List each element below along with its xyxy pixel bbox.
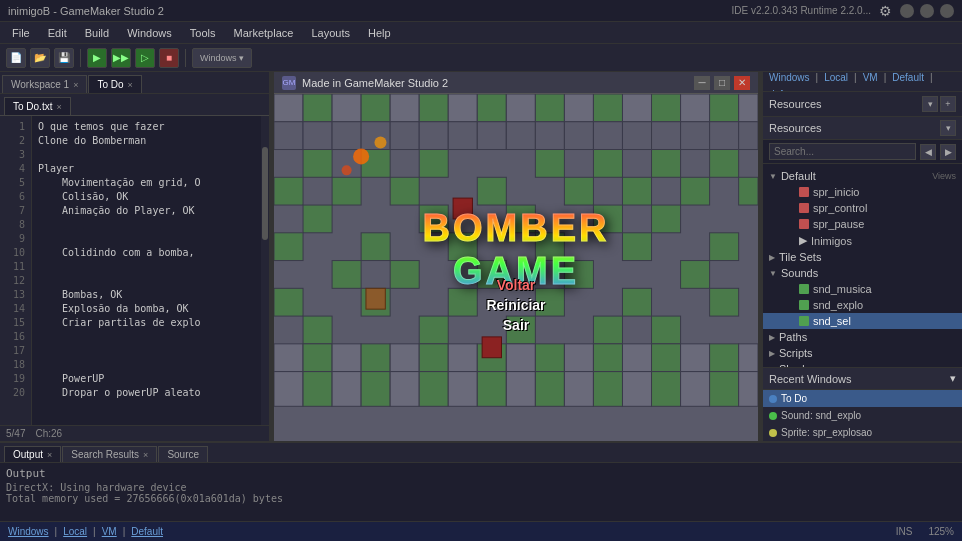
game-menu-sair[interactable]: Sair: [486, 317, 545, 333]
menu-file[interactable]: File: [4, 25, 38, 41]
resources-collapse-btn[interactable]: ▾: [940, 120, 956, 136]
line-numbers: 12345 678910 1112131415 1617181920: [0, 116, 32, 425]
sounds-label: Sounds: [781, 267, 956, 279]
menu-windows[interactable]: Windows: [119, 25, 180, 41]
resource-section-sounds[interactable]: ▼ Sounds: [763, 265, 962, 281]
link-windows[interactable]: Windows: [769, 72, 810, 83]
menu-layouts[interactable]: Layouts: [303, 25, 358, 41]
toolbar-new[interactable]: 📄: [6, 48, 26, 68]
svg-rect-97: [361, 372, 390, 407]
toolbar-platform-windows[interactable]: Windows ▾: [192, 48, 252, 68]
svg-rect-82: [419, 344, 448, 372]
menu-marketplace[interactable]: Marketplace: [225, 25, 301, 41]
editor-vscroll[interactable]: [261, 116, 269, 425]
workspace-tab-todo[interactable]: To Do ×: [88, 75, 141, 93]
status-link-windows[interactable]: Windows: [8, 526, 49, 537]
svg-rect-79: [332, 344, 361, 372]
res-nav-left[interactable]: ◀: [920, 144, 936, 160]
resource-spr-control[interactable]: spr_control: [763, 200, 962, 216]
toolbar-run-clean[interactable]: ▷: [135, 48, 155, 68]
workspace-tab-todo-close[interactable]: ×: [128, 80, 133, 90]
recent-windows-header[interactable]: Recent Windows ▾: [763, 368, 962, 390]
toolbar-run[interactable]: ▶: [87, 48, 107, 68]
status-zoom: 125%: [928, 526, 954, 537]
recent-item-todo[interactable]: To Do: [763, 390, 962, 407]
svg-rect-98: [390, 372, 419, 407]
resource-section-tilesets[interactable]: ▶ Tile Sets: [763, 249, 962, 265]
file-tab-close[interactable]: ×: [56, 102, 61, 112]
resource-spr-inicio[interactable]: spr_inicio: [763, 184, 962, 200]
svg-rect-77: [274, 344, 303, 372]
status-link-local[interactable]: Local: [63, 526, 87, 537]
workspace-tab-1[interactable]: Workspace 1 ×: [2, 75, 87, 93]
game-restore-btn[interactable]: □: [714, 76, 730, 90]
workspace-tab-1-close[interactable]: ×: [73, 80, 78, 90]
main-layout: Workspace 1 × To Do × To Do.txt × 12345 …: [0, 72, 962, 441]
res-nav-right[interactable]: ▶: [940, 144, 956, 160]
output-tab-close[interactable]: ×: [47, 450, 52, 460]
code-editor: 12345 678910 1112131415 1617181920 O que…: [0, 116, 269, 425]
recent-item-spr-explosao[interactable]: Sprite: spr_explosao: [763, 424, 962, 441]
resources-add-btn[interactable]: +: [940, 96, 956, 112]
toolbar-stop[interactable]: ■: [159, 48, 179, 68]
menu-edit[interactable]: Edit: [40, 25, 75, 41]
status-link-vm[interactable]: VM: [102, 526, 117, 537]
svg-point-113: [342, 165, 352, 175]
link-local[interactable]: Local: [824, 72, 848, 83]
toolbar-open[interactable]: 📂: [30, 48, 50, 68]
search-tab-close[interactable]: ×: [143, 450, 148, 460]
resource-spr-pause[interactable]: spr_pause: [763, 216, 962, 232]
resource-search-bar: ◀ ▶: [763, 140, 962, 164]
resource-section-scripts[interactable]: ▶ Scripts: [763, 345, 962, 361]
sound-icon-musica: [799, 284, 809, 294]
toolbar-save[interactable]: 💾: [54, 48, 74, 68]
right-panel: Windows | Local | VM | Default | defa Re…: [762, 72, 962, 441]
svg-rect-43: [332, 177, 361, 205]
code-line-8: [38, 218, 255, 232]
minimize-button[interactable]: [900, 4, 914, 18]
res-label-spr-control: spr_control: [813, 202, 867, 214]
resources-dropdown-btn[interactable]: ▾: [922, 96, 938, 112]
status-link-default[interactable]: Default: [131, 526, 163, 537]
menu-help[interactable]: Help: [360, 25, 399, 41]
menu-build[interactable]: Build: [77, 25, 117, 41]
resource-snd-musica[interactable]: snd_musica: [763, 281, 962, 297]
code-line-20: Dropar o powerUP aleato: [38, 386, 255, 400]
resource-folder-inimigos[interactable]: ▶ Inimigos: [763, 232, 962, 249]
settings-icon[interactable]: ⚙: [879, 3, 892, 19]
resource-section-paths[interactable]: ▶ Paths: [763, 329, 962, 345]
link-default[interactable]: Default: [892, 72, 924, 83]
code-content[interactable]: O que temos que fazer Clone do Bomberman…: [32, 116, 261, 425]
bottom-tab-output[interactable]: Output ×: [4, 446, 61, 462]
resource-search-input[interactable]: [769, 143, 916, 160]
svg-rect-11: [564, 94, 593, 122]
menu-tools[interactable]: Tools: [182, 25, 224, 41]
game-titlebar: GM Made in GameMaker Studio 2 ─ □ ✕: [274, 72, 758, 94]
code-line-15: Criar partilas de explo: [38, 316, 255, 330]
recent-item-snd-explo[interactable]: Sound: snd_explo: [763, 407, 962, 424]
link-vm[interactable]: VM: [863, 72, 878, 83]
code-line-19: PowerUP: [38, 372, 255, 386]
resource-snd-sel[interactable]: snd_sel: [763, 313, 962, 329]
svg-rect-6: [419, 94, 448, 122]
game-menu-reiniciar[interactable]: Reiniciar: [486, 297, 545, 313]
svg-rect-105: [593, 372, 622, 407]
code-line-5: Movimentação em grid, O: [38, 176, 255, 190]
maximize-button[interactable]: [920, 4, 934, 18]
close-button[interactable]: [940, 4, 954, 18]
center-panel: GM Made in GameMaker Studio 2 ─ □ ✕: [274, 72, 758, 441]
code-line-10: Colidindo com a bomba,: [38, 246, 255, 260]
editor-vscroll-thumb[interactable]: [262, 147, 268, 240]
svg-rect-100: [448, 372, 477, 407]
resource-section-default[interactable]: ▼ Default Views: [763, 168, 962, 184]
resource-snd-explo[interactable]: snd_explo: [763, 297, 962, 313]
file-tab-todo-txt[interactable]: To Do.txt ×: [4, 97, 71, 115]
bottom-tab-search[interactable]: Search Results ×: [62, 446, 157, 462]
game-close-btn[interactable]: ✕: [734, 76, 750, 90]
svg-rect-96: [332, 372, 361, 407]
game-minimize-btn[interactable]: ─: [694, 76, 710, 90]
bottom-tab-source[interactable]: Source: [158, 446, 208, 462]
toolbar-run-debug[interactable]: ▶▶: [111, 48, 131, 68]
svg-rect-28: [564, 122, 593, 150]
game-menu-voltar[interactable]: Voltar: [486, 277, 545, 293]
